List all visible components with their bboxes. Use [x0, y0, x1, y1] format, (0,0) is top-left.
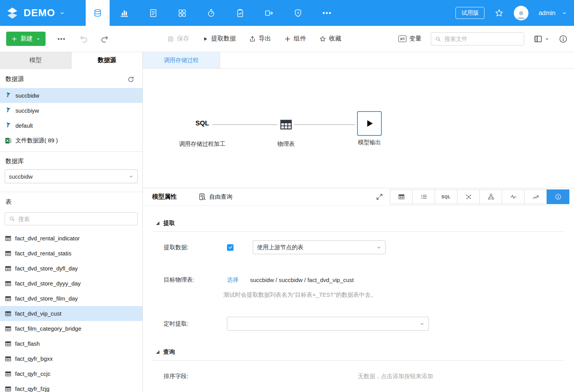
free-query-icon	[198, 193, 206, 201]
view-sql-button[interactable]: SQL	[435, 189, 457, 204]
nav-item-more[interactable]: ⋯	[312, 0, 341, 26]
relation-graph-icon	[465, 193, 472, 200]
tab-datasource[interactable]: 数据源	[71, 52, 142, 69]
user-chevron-down-icon[interactable]	[562, 10, 567, 16]
layout-toggle-button[interactable]	[533, 34, 549, 44]
nav-item-apps[interactable]	[168, 0, 196, 26]
excel-file-icon	[5, 137, 12, 144]
chevron-down-icon	[59, 10, 65, 16]
table-item-selected[interactable]: fact_dvd_vip_cust	[0, 306, 142, 321]
table-grid-icon	[5, 370, 12, 377]
table-item[interactable]: fact_dvd_rental_indicator	[0, 231, 142, 246]
table-item[interactable]: fact_dvd_rental_statis	[0, 246, 142, 261]
flow-node-sql[interactable]: SQL 调用存储过程加工	[173, 120, 231, 148]
search-icon	[435, 36, 441, 42]
table-name: fact_dvd_rental_indicator	[15, 235, 80, 242]
extract-data-label: 提取数据:	[152, 244, 227, 251]
table-search-input[interactable]	[18, 216, 134, 222]
table-grid-icon	[5, 295, 12, 302]
nav-item-tasks[interactable]	[225, 0, 254, 26]
add-component-button[interactable]: 组件	[284, 35, 306, 43]
table-name: fact_dvd_vip_cust	[15, 310, 61, 317]
section-title: 提取	[163, 220, 175, 227]
flow-node-model-output[interactable]: 模型输出	[340, 111, 398, 146]
info-button[interactable]	[559, 34, 568, 44]
nav-item-security[interactable]	[283, 0, 312, 26]
user-name[interactable]: admin	[538, 10, 555, 17]
datasource-item[interactable]: default	[0, 118, 142, 133]
table-item[interactable]: fact_qyfr_bgxx	[0, 351, 142, 366]
sidebar-tabs: 模型 数据源	[0, 52, 142, 69]
view-info-button[interactable]	[547, 189, 569, 204]
variable-icon: x=	[398, 35, 406, 42]
table-item[interactable]: fact_dvd_store_film_day	[0, 291, 142, 306]
view-table-button[interactable]	[390, 189, 413, 204]
new-button[interactable]: 新建	[6, 32, 46, 46]
model-output-node[interactable]	[357, 111, 382, 136]
view-relation-button[interactable]	[457, 189, 480, 204]
collapse-triangle-icon	[156, 350, 159, 354]
datasource-item[interactable]: succbiyw	[0, 103, 142, 118]
more-actions-button[interactable]: ⋯	[57, 35, 65, 43]
free-query-button[interactable]: 自由查询	[198, 193, 232, 201]
trial-badge[interactable]: 试用版	[455, 7, 484, 19]
view-pulse-button[interactable]	[502, 189, 525, 204]
schedule-select[interactable]	[227, 317, 429, 331]
tab-model[interactable]: 模型	[0, 52, 71, 69]
table-name: fact_film_category_bridge	[15, 325, 81, 332]
section-divider	[152, 231, 564, 232]
view-trend-button[interactable]	[524, 189, 547, 204]
layout-panel-icon	[533, 34, 543, 44]
database-select[interactable]: succbidw	[5, 169, 138, 183]
properties-panel: 模型属性 自由查询 SQL	[143, 188, 574, 392]
section-header-query[interactable]: 查询	[152, 348, 564, 356]
brand-menu[interactable]: DEMO	[0, 6, 86, 20]
new-button-label: 新建	[20, 35, 33, 43]
view-topology-button[interactable]	[479, 189, 502, 204]
sort-field-empty-area[interactable]: 无数据，点击添加按钮来添加	[227, 373, 564, 380]
refresh-icon[interactable]	[127, 76, 135, 83]
nav-item-integration[interactable]	[254, 0, 283, 26]
export-button-label: 导出	[259, 35, 271, 43]
nav-item-analytics[interactable]	[110, 0, 139, 26]
table-item[interactable]: fact_qyfr_fzjg	[0, 381, 142, 392]
table-name: fact_qyfr_ccjc	[15, 370, 51, 377]
sort-field-row: 排序字段: 无数据，点击添加按钮来添加	[152, 369, 564, 383]
table-item[interactable]: fact_flash	[0, 336, 142, 351]
redo-icon[interactable]	[100, 34, 109, 44]
chevron-down-icon	[36, 37, 41, 41]
database-label: 数据库	[0, 152, 142, 169]
view-list-button[interactable]	[412, 189, 435, 204]
flow-canvas[interactable]: SQL 调用存储过程加工 物理表 模型输出	[143, 69, 574, 188]
document-icon	[149, 8, 158, 18]
section-header-extract[interactable]: 提取	[152, 220, 564, 227]
extract-data-button[interactable]: 提取数据	[202, 35, 236, 43]
save-button-label: 保存	[177, 35, 189, 43]
avatar[interactable]	[514, 6, 528, 20]
datasource-item[interactable]: succbidw	[0, 88, 142, 103]
table-item[interactable]: fact_dvd_store_dyfl_day	[0, 261, 142, 276]
brand-name: DEMO	[24, 7, 55, 19]
table-item[interactable]: fact_dvd_store_dyyy_day	[0, 276, 142, 291]
export-button[interactable]: 导出	[249, 35, 271, 43]
expand-icon[interactable]	[376, 193, 383, 201]
save-icon	[167, 35, 174, 42]
undo-icon[interactable]	[79, 34, 88, 44]
node-caption: 调用存储过程加工	[173, 140, 231, 148]
table-item[interactable]: fact_film_category_bridge	[0, 321, 142, 336]
table-item[interactable]: fact_qyfr_ccjc	[0, 366, 142, 381]
save-button[interactable]: 保存	[167, 35, 189, 43]
file-search-input[interactable]	[444, 35, 520, 42]
nav-item-schedule[interactable]	[196, 0, 225, 26]
choose-table-link[interactable]: 选择	[227, 276, 239, 284]
tab-document-active[interactable]: 调用存储过程	[143, 52, 220, 68]
file-datasource-item[interactable]: 文件数据源( 89 )	[0, 133, 142, 148]
variable-button[interactable]: x= 变量	[398, 35, 422, 43]
favorite-button[interactable]: 收藏	[319, 35, 341, 43]
extract-data-checkbox[interactable]	[227, 244, 234, 251]
nav-item-reports[interactable]	[139, 0, 168, 26]
nav-item-data[interactable]	[86, 0, 110, 26]
extract-mode-select[interactable]: 使用上游节点的表	[253, 240, 386, 254]
favorite-star-icon[interactable]	[494, 8, 504, 18]
flow-node-physical-table[interactable]: 物理表	[257, 118, 315, 148]
